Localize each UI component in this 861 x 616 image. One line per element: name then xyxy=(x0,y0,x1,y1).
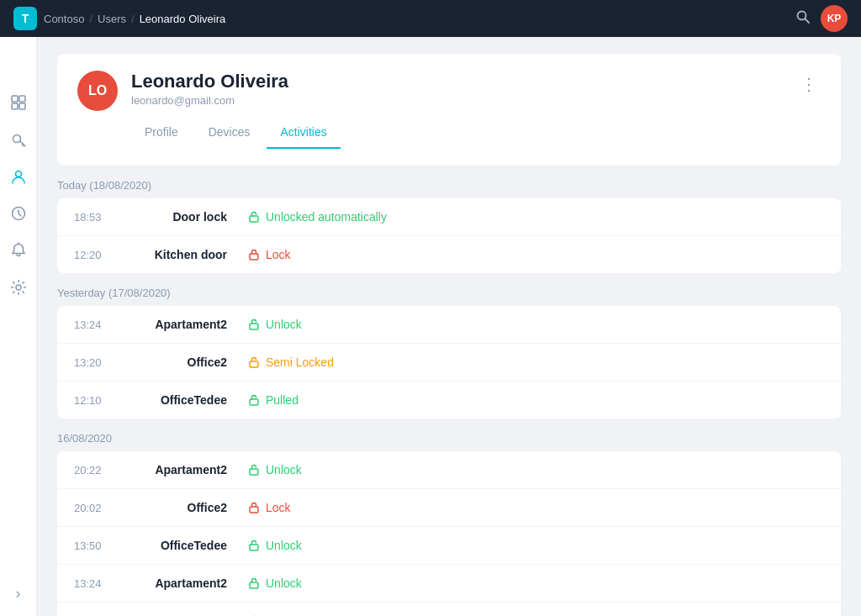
table-row: 13:24 Apartament2 Unlock xyxy=(57,565,841,603)
topbar-right: KP xyxy=(795,5,848,32)
svg-rect-21 xyxy=(250,582,258,588)
unlock-icon xyxy=(247,539,261,552)
activity-status: Unlock xyxy=(247,577,302,590)
table-row: 13:24 Apartament2 Unlock xyxy=(57,306,841,344)
sidebar-item-key[interactable] xyxy=(3,124,34,155)
breadcrumb-sep1: / xyxy=(89,13,92,25)
app-logo: T xyxy=(13,7,37,30)
section-yesterday: Yesterday (17/08/2020) xyxy=(57,287,841,299)
svg-rect-14 xyxy=(250,254,258,260)
activity-device: OfficeTedee xyxy=(135,393,227,407)
sidebar-item-users[interactable] xyxy=(3,161,34,192)
activity-group-aug16: 20:22 Apartament2 Unlock 20:02 Office2 xyxy=(57,451,841,616)
svg-rect-3 xyxy=(19,96,25,102)
breadcrumb-sep2: / xyxy=(131,13,135,25)
topbar-left: T Contoso / Users / Leonardo Oliveira xyxy=(13,7,225,30)
profile-email: leonardo@gmail.com xyxy=(131,94,344,107)
activity-status: Unlocked automatically xyxy=(247,210,387,224)
section-yesterday-date: (17/08/2020) xyxy=(108,287,171,299)
activity-status: Pulled xyxy=(247,393,298,407)
section-aug16-label: 16/08/2020 xyxy=(57,432,112,445)
semi-lock-icon xyxy=(247,355,261,369)
sidebar-item-settings[interactable] xyxy=(3,272,34,303)
activity-time: 20:22 xyxy=(74,464,114,476)
profile-avatar: LO xyxy=(77,71,118,111)
activity-status: Unlock xyxy=(247,318,302,331)
activity-time: 12:10 xyxy=(74,394,114,407)
table-row: 20:02 Office2 Lock xyxy=(57,489,841,527)
profile-tabs: Profile Devices Activities xyxy=(131,118,344,149)
activity-group-today: 18:53 Door lock Unlocked automatically 1… xyxy=(57,198,841,273)
table-row: 13:20 Office2 Semi Locked xyxy=(57,344,841,382)
svg-rect-16 xyxy=(250,361,258,367)
activity-time: 13:24 xyxy=(74,577,114,590)
table-row: 13:50 OfficeTedee Unlock xyxy=(57,527,841,565)
sidebar-item-layout[interactable] xyxy=(3,87,34,118)
profile-header-left: LO Leonardo Oliveira leonardo@gmail.com … xyxy=(77,71,344,149)
topbar: T Contoso / Users / Leonardo Oliveira KP xyxy=(0,0,861,37)
lock-icon xyxy=(247,501,261,514)
tab-activities[interactable]: Activities xyxy=(267,118,340,149)
table-row: 18:53 Door lock Unlocked automatically xyxy=(57,198,841,236)
unlock-icon xyxy=(247,393,261,407)
section-today-label: Today xyxy=(57,179,89,192)
activity-device: OfficeTedee xyxy=(135,539,227,552)
activity-time: 13:50 xyxy=(74,540,114,552)
more-options-button[interactable]: ⋮ xyxy=(797,71,821,97)
activity-time: 20:02 xyxy=(74,502,114,514)
activity-device: Kitchen door xyxy=(135,248,227,261)
activity-status: Semi Locked xyxy=(247,355,334,369)
breadcrumb: Contoso / Users / Leonardo Oliveira xyxy=(44,13,225,25)
svg-rect-15 xyxy=(250,324,258,329)
activity-device: Door lock xyxy=(135,210,227,224)
svg-rect-18 xyxy=(250,469,258,475)
table-row: 12:20 Kitchen door Lock xyxy=(57,236,841,273)
tab-profile[interactable]: Profile xyxy=(131,118,192,149)
unlock-icon xyxy=(247,577,261,590)
breadcrumb-current: Leonardo Oliveira xyxy=(140,13,226,25)
svg-rect-19 xyxy=(250,507,258,513)
activity-status: Lock xyxy=(247,501,291,514)
table-row: 11:53 Office2 Lock xyxy=(57,603,841,616)
sidebar-expand-button[interactable]: › xyxy=(16,585,21,603)
activity-device: Apartament2 xyxy=(135,318,227,331)
svg-point-9 xyxy=(15,171,21,177)
unlock-icon xyxy=(247,463,261,476)
activity-device: Office2 xyxy=(135,355,227,369)
activity-device: Apartament2 xyxy=(135,577,227,590)
table-row: 20:22 Apartament2 Unlock xyxy=(57,451,841,489)
main-content: LO Leonardo Oliveira leonardo@gmail.com … xyxy=(37,37,861,616)
user-avatar-badge[interactable]: KP xyxy=(821,5,848,32)
sidebar-item-notifications[interactable] xyxy=(3,235,34,266)
sidebar-item-history[interactable] xyxy=(3,198,34,229)
activity-status: Unlock xyxy=(247,539,302,552)
svg-point-12 xyxy=(16,285,21,290)
svg-line-1 xyxy=(806,18,810,23)
breadcrumb-section: Users xyxy=(98,13,126,25)
section-today: Today (18/08/2020) xyxy=(57,179,841,192)
unlock-icon xyxy=(247,210,261,224)
svg-rect-13 xyxy=(250,216,258,222)
lock-icon xyxy=(247,248,261,261)
profile-info: Leonardo Oliveira leonardo@gmail.com Pro… xyxy=(131,71,344,149)
profile-header: LO Leonardo Oliveira leonardo@gmail.com … xyxy=(57,54,841,166)
activity-device: Apartament2 xyxy=(135,463,227,476)
activity-time: 13:20 xyxy=(74,356,114,369)
sidebar: › xyxy=(0,37,37,616)
svg-rect-2 xyxy=(12,96,18,102)
search-button[interactable] xyxy=(795,9,811,29)
activity-time: 12:20 xyxy=(74,249,114,261)
activity-group-yesterday: 13:24 Apartament2 Unlock 13:20 Office2 xyxy=(57,306,841,419)
svg-rect-5 xyxy=(19,103,25,109)
profile-name: Leonardo Oliveira xyxy=(131,71,344,92)
section-aug16: 16/08/2020 xyxy=(57,432,841,445)
activity-status: Lock xyxy=(247,248,291,261)
tab-devices[interactable]: Devices xyxy=(195,118,264,149)
activity-time: 13:24 xyxy=(74,319,114,331)
activity-status: Unlock xyxy=(247,463,302,476)
activity-time: 18:53 xyxy=(74,211,114,224)
svg-rect-17 xyxy=(250,399,258,405)
activity-device: Office2 xyxy=(135,501,227,514)
breadcrumb-company: Contoso xyxy=(44,13,84,25)
section-today-date: (18/08/2020) xyxy=(89,179,151,192)
